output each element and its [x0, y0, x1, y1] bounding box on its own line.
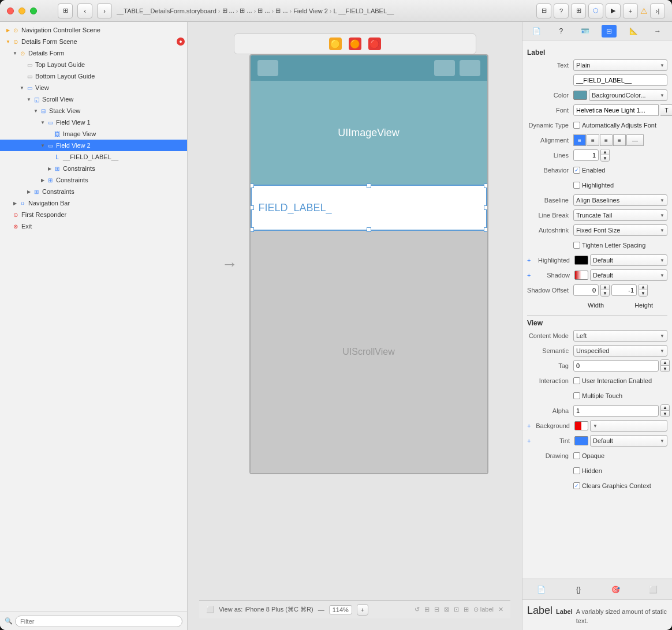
tag-input[interactable] — [573, 360, 659, 372]
shadow-w-down[interactable]: ▼ — [601, 290, 609, 296]
shadow-w-stepper[interactable]: ▲ ▼ — [600, 284, 610, 297]
dynamic-type-checkbox[interactable] — [573, 122, 580, 129]
tag-up[interactable]: ▲ — [661, 360, 669, 366]
line-break-select[interactable]: Truncate Tail ▼ — [573, 209, 667, 221]
tree-item-constraints-stack[interactable]: ▶ ⊞ Constraints — [0, 174, 187, 186]
text-type-select[interactable]: Plain ▼ — [573, 59, 667, 71]
breadcrumb-item[interactable]: ⊞ ... — [222, 7, 234, 14]
resize-handle-br[interactable] — [484, 227, 488, 232]
highlighted-color-select[interactable]: Default ▼ — [590, 254, 667, 266]
clears-checkbox[interactable] — [573, 482, 580, 489]
bottom-tab-target[interactable]: 🎯 — [608, 583, 624, 597]
bottom-tab-file[interactable]: 📄 — [533, 583, 548, 597]
tree-item-first-responder[interactable]: ⊙ First Responder — [0, 209, 187, 220]
connections-inspector-btn[interactable]: → — [650, 25, 665, 38]
background-select[interactable]: ▼ — [590, 420, 667, 432]
tree-item-details-form-scene[interactable]: ▼ ⊙ Details Form Scene ● — [0, 36, 187, 47]
breadcrumb-item[interactable]: ⊞ ... — [257, 7, 270, 14]
identity-inspector-btn[interactable]: 🪪 — [578, 25, 593, 38]
add-button[interactable]: + — [623, 3, 638, 18]
close-canvas-btn[interactable]: ✕ — [498, 606, 503, 613]
device-button[interactable]: ⬡ — [588, 3, 603, 18]
color-select[interactable]: BackgroundColor... ▼ — [589, 89, 667, 101]
tree-item-scroll-view[interactable]: ▼ ◱ Scroll View — [0, 93, 187, 105]
canvas-icon-1[interactable]: 🟡 — [329, 38, 342, 50]
resize-handle-tm[interactable] — [367, 183, 371, 188]
tag-stepper[interactable]: ▲ ▼ — [660, 359, 670, 372]
align-natural-btn[interactable]: — — [626, 134, 644, 146]
label-icon[interactable]: ⊙ label — [473, 606, 494, 613]
align-right-btn[interactable]: ≡ — [600, 134, 613, 146]
alpha-down[interactable]: ▼ — [661, 411, 669, 417]
resize-handle-mr[interactable] — [484, 205, 488, 210]
content-mode-select[interactable]: Left ▼ — [573, 330, 667, 342]
run-button[interactable]: ▶ — [606, 3, 621, 18]
tree-item-constraints-inner[interactable]: ▶ ⊞ Constraints — [0, 163, 187, 174]
tree-item-field-label[interactable]: L __FIELD_LABEL__ — [0, 151, 187, 163]
maximize-button[interactable] — [30, 7, 37, 14]
font-input[interactable] — [573, 104, 659, 116]
shadow-h-up[interactable]: ▲ — [639, 284, 647, 290]
help-inspector-btn[interactable]: ? — [554, 25, 569, 38]
bottom-tab-layout[interactable]: ⬜ — [646, 583, 661, 597]
lines-stepper-down[interactable]: ▼ — [601, 155, 609, 161]
forward-button[interactable]: › — [97, 3, 112, 18]
tree-item-field-view-2[interactable]: ▼ ▭ Field View 2 — [0, 140, 187, 151]
tree-item-stack-view[interactable]: ▼ ⊟ Stack View — [0, 105, 187, 117]
align-center-btn[interactable]: ≡ — [587, 134, 599, 146]
alpha-up[interactable]: ▲ — [661, 405, 669, 411]
lines-input[interactable] — [573, 149, 599, 161]
constraint-icon[interactable]: ⊠ — [444, 606, 449, 613]
shadow-h-down[interactable]: ▼ — [639, 290, 647, 296]
field-view-area[interactable]: FIELD_LABEL_ — [251, 185, 487, 231]
library-button[interactable]: ⊞ — [571, 3, 586, 18]
canvas-mode-icon[interactable]: ⊞ — [464, 606, 469, 613]
user-interaction-checkbox[interactable] — [573, 377, 580, 384]
autoshrink-select[interactable]: Fixed Font Size ▼ — [573, 224, 667, 236]
right-panel-toggle[interactable]: ›| — [650, 3, 665, 18]
tint-color-swatch[interactable] — [574, 436, 588, 445]
minimize-button[interactable] — [18, 7, 25, 14]
filter-input[interactable] — [15, 616, 182, 627]
tree-item-view[interactable]: ▼ ▭ View — [0, 82, 187, 93]
semantic-select[interactable]: Unspecified ▼ — [573, 345, 667, 357]
align-justify-btn[interactable]: ≡ — [613, 134, 626, 146]
align-icon[interactable]: ⊟ — [434, 606, 439, 613]
opaque-checkbox[interactable] — [573, 452, 580, 459]
add-constraint-icon[interactable]: ⊡ — [454, 606, 459, 613]
bottom-tab-code[interactable]: {} — [571, 583, 586, 597]
attributes-inspector-btn[interactable]: ⊟ — [602, 25, 617, 38]
attributes-inspector-btn[interactable]: ⊟ — [536, 3, 551, 18]
lines-stepper-up[interactable]: ▲ — [601, 149, 609, 155]
enabled-checkbox[interactable] — [573, 167, 580, 174]
resize-handle-ml[interactable] — [249, 205, 254, 210]
resize-handle-bm[interactable] — [367, 227, 371, 232]
shadow-w-up[interactable]: ▲ — [601, 284, 609, 290]
resize-handle-tr[interactable] — [484, 183, 488, 188]
shadow-select[interactable]: Default ▼ — [590, 269, 667, 281]
lines-stepper[interactable]: ▲ ▼ — [600, 149, 610, 162]
alpha-input[interactable] — [573, 405, 659, 417]
resize-handle-bl[interactable] — [249, 227, 254, 232]
multiple-touch-checkbox[interactable] — [573, 392, 580, 399]
shadow-offset-w-input[interactable] — [573, 284, 599, 296]
highlighted-color-swatch[interactable] — [574, 256, 588, 265]
shadow-offset-h-input[interactable] — [611, 284, 637, 296]
breadcrumb-item[interactable]: ⊞ ... — [240, 7, 252, 14]
canvas-icon-3[interactable]: 🔴 — [368, 38, 381, 50]
breadcrumb-item[interactable]: ⊞ ... — [275, 7, 288, 14]
tree-item-nav-controller-scene[interactable]: ▶ ⊙ Navigation Controller Scene — [0, 24, 187, 36]
tighten-checkbox[interactable] — [573, 242, 580, 249]
baseline-select[interactable]: Align Baselines ▼ — [573, 194, 667, 206]
alpha-stepper[interactable]: ▲ ▼ — [660, 404, 670, 417]
hidden-checkbox[interactable] — [573, 467, 580, 474]
tint-select[interactable]: Default ▼ — [590, 435, 667, 447]
file-inspector-btn[interactable]: 📄 — [529, 25, 544, 38]
highlighted-checkbox[interactable] — [573, 182, 580, 189]
back-button[interactable]: ‹ — [77, 3, 92, 18]
tree-item-navigation-bar[interactable]: ▶ ‹› Navigation Bar — [0, 197, 187, 209]
color-swatch[interactable] — [573, 91, 587, 100]
shadow-h-stepper[interactable]: ▲ ▼ — [639, 284, 648, 297]
breadcrumb-item[interactable]: L __FIELD_LABEL__ — [334, 7, 394, 14]
help-button[interactable]: ? — [554, 3, 569, 18]
